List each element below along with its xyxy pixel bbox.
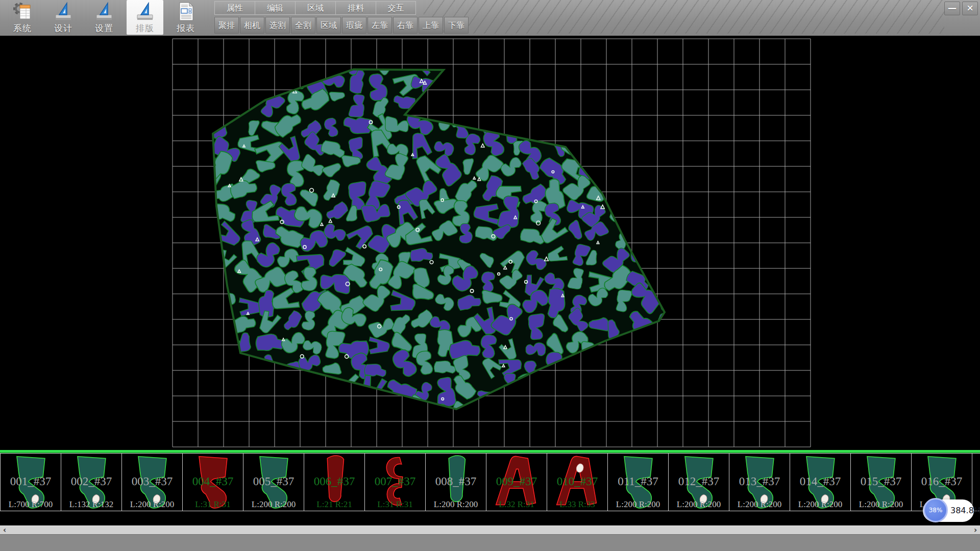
piece-thumbnail-13[interactable]: 013_#37L:200 R:200 [729, 453, 790, 511]
mode-button-label: 排版 [127, 22, 163, 34]
piece-lr-count: L:200 R:200 [426, 499, 486, 510]
piece-lr-count: L:33 R:33 [547, 499, 607, 510]
action-button-0[interactable]: 聚排 [214, 17, 239, 34]
action-button-7[interactable]: 右靠 [393, 17, 418, 34]
mode-button-label: 报表 [167, 22, 204, 34]
piece-lr-count: L:200 R:200 [790, 499, 850, 510]
menu-item-0[interactable]: 属性 [214, 1, 255, 15]
piece-thumbnail-2[interactable]: 002_#37L:132 R:132 [61, 453, 121, 511]
menu-item-3[interactable]: 排料 [335, 1, 376, 15]
piece-thumbnail-4[interactable]: 004_#37L:31 R:31 [182, 453, 243, 511]
piece-lr-count: L:200 R:200 [243, 499, 304, 510]
piece-thumbnail-12[interactable]: 012_#37L:200 R:200 [668, 453, 729, 511]
piece-thumbnail-8[interactable]: 008_#37L:200 R:200 [425, 453, 486, 511]
report-doc-icon [175, 1, 197, 22]
action-button-5[interactable]: 瑕疵 [342, 17, 366, 34]
horizontal-scrollbar[interactable]: ‹ › [0, 525, 980, 534]
mode-button-design[interactable]: 设计 [45, 0, 82, 35]
mode-button-layout[interactable]: 排版 [127, 0, 163, 35]
mode-button-label: 设计 [45, 22, 82, 34]
piece-lr-count: L:31 R:31 [183, 499, 243, 510]
piece-id-label: 004_#37 [183, 475, 243, 488]
action-button-9[interactable]: 下靠 [444, 17, 469, 34]
action-button-6[interactable]: 左靠 [368, 17, 392, 34]
piece-id-label: 013_#37 [729, 475, 790, 488]
piece-id-label: 009_#37 [486, 475, 547, 488]
piece-thumbnail-9[interactable]: 009_#37L:32 R:31 [486, 453, 547, 511]
set-square-icon [93, 1, 115, 22]
scroll-left-arrow-icon[interactable]: ‹ [0, 526, 9, 535]
action-toolbar: 聚排相机选割全割区域瑕疵左靠右靠上靠下靠 [214, 17, 469, 34]
piece-id-label: 006_#37 [304, 475, 364, 488]
hide-layout-view [0, 36, 980, 450]
action-button-4[interactable]: 区域 [316, 17, 341, 34]
progress-percent-indicator: 38% [923, 498, 948, 522]
piece-thumbnail-10[interactable]: 010_#37L:33 R:33 [547, 453, 607, 511]
piece-lr-count: L:32 R:31 [486, 499, 547, 510]
menu-item-4[interactable]: 交互 [376, 1, 416, 15]
piece-thumbnail-15[interactable]: 015_#37L:200 R:200 [850, 453, 911, 511]
piece-id-label: 002_#37 [61, 475, 121, 488]
piece-thumbnail-7[interactable]: 007_#37L:31 R:31 [364, 453, 425, 511]
mode-button-report[interactable]: 报表 [167, 0, 204, 35]
piece-id-label: 008_#37 [426, 475, 486, 488]
action-button-8[interactable]: 上靠 [419, 17, 443, 34]
menu-item-2[interactable]: 区域 [295, 1, 335, 15]
piece-lr-count: L:200 R:200 [608, 499, 668, 510]
piece-thumbnail-14[interactable]: 014_#37L:200 R:200 [790, 453, 850, 511]
gear-table-icon [11, 1, 34, 22]
piece-lr-count: L:200 R:200 [669, 499, 729, 510]
piece-id-label: 010_#37 [547, 475, 607, 488]
mode-button-system[interactable]: 系统 [4, 0, 41, 35]
memory-status-badge: 38% 384.8M [923, 499, 974, 522]
action-button-2[interactable]: 选割 [265, 17, 290, 34]
scroll-right-arrow-icon[interactable]: › [971, 526, 980, 535]
piece-lr-count: L:132 R:132 [61, 499, 121, 510]
piece-id-label: 001_#37 [1, 475, 61, 488]
piece-lr-count: L:21 R:21 [304, 499, 364, 510]
piece-lr-count: L:31 R:31 [365, 499, 425, 510]
piece-thumbnail-list: 001_#37L:700 R:700002_#37L:132 R:132003_… [0, 453, 980, 511]
piece-id-label: 012_#37 [669, 475, 729, 488]
action-button-1[interactable]: 相机 [240, 17, 264, 34]
set-square-icon [52, 1, 75, 22]
mode-button-label: 设置 [86, 22, 122, 34]
piece-lr-count: L:200 R:200 [851, 499, 911, 510]
piece-thumbnail-strip: 001_#37L:700 R:700002_#37L:132 R:132003_… [0, 450, 980, 525]
set-square-icon [134, 1, 156, 22]
main-toolbar: 系统 设计 设置 [0, 0, 980, 36]
piece-thumbnail-1[interactable]: 001_#37L:700 R:700 [0, 453, 61, 511]
memory-usage-value: 384.8M [950, 499, 980, 522]
piece-lr-count: L:200 R:200 [729, 499, 790, 510]
piece-id-label: 016_#37 [912, 475, 972, 488]
close-button[interactable]: ✕ [962, 2, 978, 15]
menu-item-1[interactable]: 编辑 [255, 1, 295, 15]
menu-bar: 属性编辑区域排料交互 [214, 1, 416, 15]
nesting-canvas[interactable] [0, 36, 980, 450]
piece-id-label: 015_#37 [851, 475, 911, 488]
piece-lr-count: L:700 R:700 [1, 499, 61, 510]
piece-lr-count: L:200 R:200 [122, 499, 182, 510]
piece-thumbnail-3[interactable]: 003_#37L:200 R:200 [121, 453, 182, 511]
piece-thumbnail-6[interactable]: 006_#37L:21 R:21 [304, 453, 364, 511]
action-button-3[interactable]: 全割 [291, 17, 315, 34]
application-window: 系统 设计 设置 [0, 0, 980, 551]
mode-button-settings[interactable]: 设置 [86, 0, 122, 35]
piece-id-label: 014_#37 [790, 475, 850, 488]
status-bar [0, 534, 980, 551]
mode-button-label: 系统 [4, 22, 41, 34]
minimize-button[interactable]: — [944, 2, 960, 15]
piece-id-label: 007_#37 [365, 475, 425, 488]
piece-id-label: 011_#37 [608, 475, 668, 488]
window-controls: — ✕ [944, 2, 978, 15]
toolbar-hatch-texture [424, 0, 944, 34]
piece-id-label: 005_#37 [243, 475, 304, 488]
piece-thumbnail-11[interactable]: 011_#37L:200 R:200 [607, 453, 668, 511]
piece-id-label: 003_#37 [122, 475, 182, 488]
piece-thumbnail-5[interactable]: 005_#37L:200 R:200 [243, 453, 304, 511]
